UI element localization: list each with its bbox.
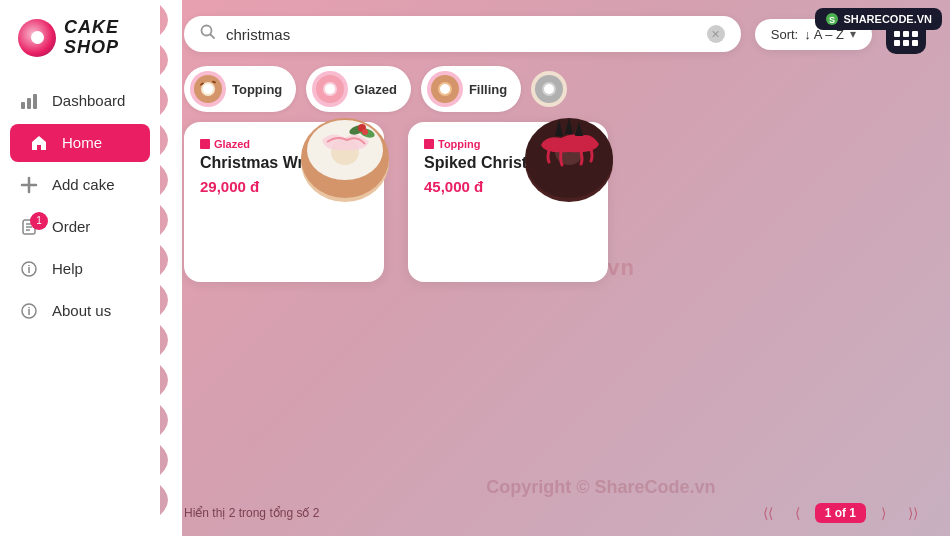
logo-icon: [18, 19, 56, 57]
sidebar: CAKESHOP Dashboard Home: [0, 0, 160, 536]
sidebar-item-about-us[interactable]: i About us: [0, 292, 160, 330]
sort-label: Sort:: [771, 27, 798, 42]
product-image: [511, 100, 626, 215]
last-page-button[interactable]: ⟩⟩: [900, 500, 926, 526]
svg-text:i: i: [27, 305, 30, 317]
logo: CAKESHOP: [0, 18, 137, 82]
pagination: ⟨⟨ ⟨ 1 of 1 ⟩ ⟩⟩: [755, 500, 926, 526]
plus-icon: [18, 176, 40, 194]
home-icon: [28, 134, 50, 152]
sidebar-item-home-label: Home: [62, 134, 102, 151]
sidebar-item-add-cake-label: Add cake: [52, 176, 115, 193]
sidebar-item-about-us-label: About us: [52, 302, 111, 319]
display-count-text: Hiển thị 2 trong tổng số 2: [184, 506, 319, 520]
next-page-button[interactable]: ⟩: [870, 500, 896, 526]
order-icon: 1: [18, 218, 40, 236]
sidebar-item-home[interactable]: Home: [10, 124, 150, 162]
category-topping[interactable]: Topping: [184, 66, 296, 112]
svg-point-27: [440, 84, 450, 94]
sidebar-item-help[interactable]: i Help: [0, 250, 160, 288]
main-content: S SHARECODE.VN ✕ Sort: ↓ A – Z ▾: [160, 0, 950, 536]
products-area: Glazed Christmas Wreath 29,000 đ: [160, 122, 950, 490]
sidebar-item-dashboard[interactable]: Dashboard: [0, 82, 160, 120]
first-page-button[interactable]: ⟨⟨: [755, 500, 781, 526]
search-input[interactable]: [226, 26, 697, 43]
category-filling-label: Filling: [469, 82, 507, 97]
svg-rect-31: [200, 139, 210, 149]
svg-line-16: [211, 35, 215, 39]
search-icon: [200, 24, 216, 44]
svg-rect-2: [33, 94, 37, 109]
sidebar-item-add-cake[interactable]: Add cake: [0, 166, 160, 204]
bar-chart-icon: [18, 92, 40, 110]
top-right-logo-text: SHARECODE.VN: [843, 13, 932, 25]
svg-rect-0: [21, 102, 25, 109]
sharecode-logo: S SHARECODE.VN: [815, 8, 942, 30]
category-glazed-label: Glazed: [354, 82, 397, 97]
prev-page-button[interactable]: ⟨: [785, 500, 811, 526]
sidebar-item-order[interactable]: 1 Order: [0, 208, 160, 246]
product-image: [287, 100, 402, 215]
category-topping-label: Topping: [232, 82, 282, 97]
search-bar[interactable]: ✕: [184, 16, 741, 52]
svg-text:S: S: [829, 15, 835, 25]
product-card-christmas-wreath[interactable]: Glazed Christmas Wreath 29,000 đ: [184, 122, 384, 282]
help-icon: i: [18, 260, 40, 278]
sidebar-item-order-label: Order: [52, 218, 90, 235]
svg-point-19: [203, 84, 213, 94]
topping-donut-image: [190, 71, 226, 107]
svg-rect-1: [27, 98, 31, 109]
svg-text:i: i: [27, 263, 30, 275]
sidebar-item-help-label: Help: [52, 260, 83, 277]
current-page-indicator: 1 of 1: [815, 503, 866, 523]
svg-point-39: [362, 129, 368, 135]
sidebar-item-dashboard-label: Dashboard: [52, 92, 125, 109]
order-badge: 1: [30, 212, 48, 230]
svg-point-24: [325, 84, 335, 94]
product-card-spiked-christmas[interactable]: Topping Spiked Christma... 45,000 đ: [408, 122, 608, 282]
category-filling[interactable]: Filling: [421, 66, 521, 112]
logo-text: CAKESHOP: [64, 18, 119, 58]
about-icon: i: [18, 302, 40, 320]
search-clear-button[interactable]: ✕: [707, 25, 725, 43]
svg-point-30: [544, 84, 554, 94]
sidebar-nav: Dashboard Home Add cake: [0, 82, 160, 330]
svg-rect-40: [424, 139, 434, 149]
footer: Hiển thị 2 trong tổng số 2 ⟨⟨ ⟨ 1 of 1 ⟩…: [160, 490, 950, 536]
filling-donut-image: [427, 71, 463, 107]
